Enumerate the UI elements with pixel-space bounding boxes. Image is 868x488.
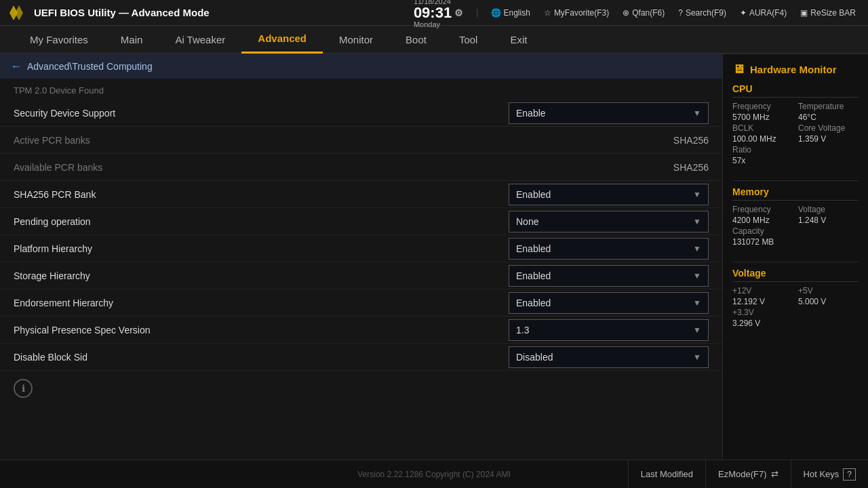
setting-active-pcr-banks: Active PCR banks SHA256 <box>0 127 722 154</box>
sidebar-voltage-section: Voltage +12V +5V 12.192 V 5.000 V +3.3V … <box>732 268 859 328</box>
hot-keys-label: Hot Keys <box>804 469 840 479</box>
chevron-down-icon: ▼ <box>693 217 701 226</box>
sidebar-divider-2 <box>732 262 859 262</box>
hardware-monitor-sidebar: 🖥 Hardware Monitor CPU Frequency Tempera… <box>722 54 868 460</box>
volt-5v-label: +5V <box>798 286 859 296</box>
top-bar: UEFI BIOS Utility — Advanced Mode 11/18/… <box>0 0 868 26</box>
sidebar-memory-title: Memory <box>732 186 859 201</box>
volt-12v-value: 12.192 V <box>732 297 793 306</box>
dropdown-endorsement-hierarchy[interactable]: Enabled ▼ <box>509 292 709 314</box>
volt-5v-value: 5.000 V <box>798 297 859 306</box>
label-security-device-support: Security Device Support <box>14 108 509 119</box>
dropdown-storage-hierarchy[interactable]: Enabled ▼ <box>509 265 709 287</box>
chevron-down-icon: ▼ <box>693 352 701 362</box>
svg-marker-1 <box>15 5 23 20</box>
chevron-down-icon: ▼ <box>693 244 701 253</box>
footer-buttons: Last Modified EzMode(F7) ⇄ Hot Keys ? <box>628 460 868 489</box>
time-display: 09:31 ⚙ <box>414 5 463 20</box>
label-active-pcr-banks: Active PCR banks <box>14 135 673 146</box>
cpu-temperature-label: Temperature <box>798 102 859 111</box>
nav-main[interactable]: Main <box>104 25 159 54</box>
volt-33v-value: 3.296 V <box>732 319 793 328</box>
logo-area: UEFI BIOS Utility — Advanced Mode <box>8 3 210 23</box>
volt-33v-label: +3.3V <box>732 308 793 317</box>
sidebar-divider-1 <box>732 180 859 181</box>
label-disable-block-sid: Disable Block Sid <box>14 352 509 363</box>
setting-pending-operation: Pending operation None ▼ <box>0 208 722 235</box>
mem-capacity-value: 131072 MB <box>732 237 793 247</box>
nav-my-favorites[interactable]: My Favorites <box>14 25 104 54</box>
hot-keys-button[interactable]: Hot Keys ? <box>791 460 868 489</box>
cpu-ratio-label: Ratio <box>732 145 793 155</box>
ezmode-button[interactable]: EzMode(F7) ⇄ <box>705 460 791 489</box>
dropdown-disable-block-sid[interactable]: Disabled ▼ <box>509 346 709 368</box>
toolbar-myfavorite[interactable]: ☆ MyFavorite(F3) <box>540 7 613 19</box>
mem-capacity-label: Capacity <box>732 226 793 236</box>
cpu-ratio-value: 57x <box>732 156 793 165</box>
chevron-down-icon: ▼ <box>693 108 701 118</box>
mem-voltage-value: 1.248 V <box>798 216 859 225</box>
dropdown-platform-hierarchy[interactable]: Enabled ▼ <box>509 238 709 260</box>
toolbar-aura[interactable]: ✦ AURA(F4) <box>736 7 791 19</box>
cpu-bclk-label: BCLK <box>732 123 793 133</box>
sidebar-memory-section: Memory Frequency Voltage 4200 MHz 1.248 … <box>732 186 859 247</box>
search-icon: ? <box>678 8 683 18</box>
setting-endorsement-hierarchy: Endorsement Hierarchy Enabled ▼ <box>0 289 722 317</box>
cpu-frequency-label: Frequency <box>732 102 793 111</box>
favorite-icon: ☆ <box>544 8 551 18</box>
dropdown-physical-presence-spec[interactable]: 1.3 ▼ <box>509 319 709 341</box>
monitor-icon: 🖥 <box>732 62 745 77</box>
setting-security-device-support: Security Device Support Enable ▼ <box>0 100 722 127</box>
nav-boot[interactable]: Boot <box>389 25 443 54</box>
settings-icon[interactable]: ⚙ <box>454 8 463 18</box>
dropdown-security-device-support[interactable]: Enable ▼ <box>509 102 709 124</box>
tpm-header: TPM 2.0 Device Found <box>0 79 722 100</box>
nav-tool[interactable]: Tool <box>443 25 494 54</box>
value-active-pcr-banks: SHA256 <box>673 135 709 146</box>
label-physical-presence-spec: Physical Presence Spec Version <box>14 325 509 336</box>
mem-voltage-label: Voltage <box>798 205 859 214</box>
chevron-down-icon: ▼ <box>693 271 701 281</box>
sidebar-cpu-title: CPU <box>732 83 859 98</box>
nav-exit[interactable]: Exit <box>494 25 543 54</box>
label-pending-operation: Pending operation <box>14 216 509 227</box>
setting-sha256-pcr-bank: SHA256 PCR Bank Enabled ▼ <box>0 181 722 208</box>
nav-ai-tweaker[interactable]: Ai Tweaker <box>159 25 241 54</box>
asus-logo <box>8 3 28 23</box>
dropdown-pending-operation[interactable]: None ▼ <box>509 211 709 232</box>
resizebar-icon: ▣ <box>800 8 808 18</box>
qfan-icon: ⊕ <box>623 8 629 18</box>
ezmode-label: EzMode(F7) <box>718 469 767 479</box>
time-area: 11/18/2024 09:31 ⚙ Monday <box>414 0 468 28</box>
label-storage-hierarchy: Storage Hierarchy <box>14 270 509 281</box>
main-layout: ← Advanced\Trusted Computing TPM 2.0 Dev… <box>0 54 868 460</box>
volt-12v-label: +12V <box>732 286 793 296</box>
toolbar-search[interactable]: ? Search(F9) <box>674 7 730 19</box>
label-available-pcr-banks: Available PCR banks <box>14 162 673 173</box>
cpu-frequency-value: 5700 MHz <box>732 113 793 122</box>
back-arrow-icon[interactable]: ← <box>11 60 22 73</box>
cpu-temperature-value: 46°C <box>798 113 859 122</box>
chevron-down-icon: ▼ <box>693 298 701 308</box>
nav-advanced[interactable]: Advanced <box>241 25 323 54</box>
sidebar-voltage-title: Voltage <box>732 268 859 282</box>
sidebar-title: 🖥 Hardware Monitor <box>732 62 859 77</box>
cpu-bclk-value: 100.00 MHz <box>732 134 793 144</box>
version-text: Version 2.22.1286 Copyright (C) 2024 AMI <box>357 470 510 479</box>
toolbar-resizebar[interactable]: ▣ ReSize BAR <box>796 7 860 19</box>
toolbar-language[interactable]: 🌐 English <box>487 7 534 19</box>
nav-monitor[interactable]: Monitor <box>323 25 389 54</box>
setting-available-pcr-banks: Available PCR banks SHA256 <box>0 154 722 181</box>
label-sha256-pcr-bank: SHA256 PCR Bank <box>14 189 509 200</box>
content-area: ← Advanced\Trusted Computing TPM 2.0 Dev… <box>0 54 722 460</box>
cpu-corevolt-label: Core Voltage <box>798 123 859 133</box>
value-available-pcr-banks: SHA256 <box>673 162 709 173</box>
setting-storage-hierarchy: Storage Hierarchy Enabled ▼ <box>0 262 722 289</box>
mem-frequency-value: 4200 MHz <box>732 216 793 225</box>
sidebar-cpu-section: CPU Frequency Temperature 5700 MHz 46°C … <box>732 83 859 165</box>
breadcrumb: ← Advanced\Trusted Computing <box>0 54 722 79</box>
toolbar-qfan[interactable]: ⊕ Qfan(F6) <box>618 7 669 19</box>
info-button[interactable]: ℹ <box>14 379 33 398</box>
last-modified-button[interactable]: Last Modified <box>628 460 705 489</box>
dropdown-sha256-pcr-bank[interactable]: Enabled ▼ <box>509 184 709 205</box>
